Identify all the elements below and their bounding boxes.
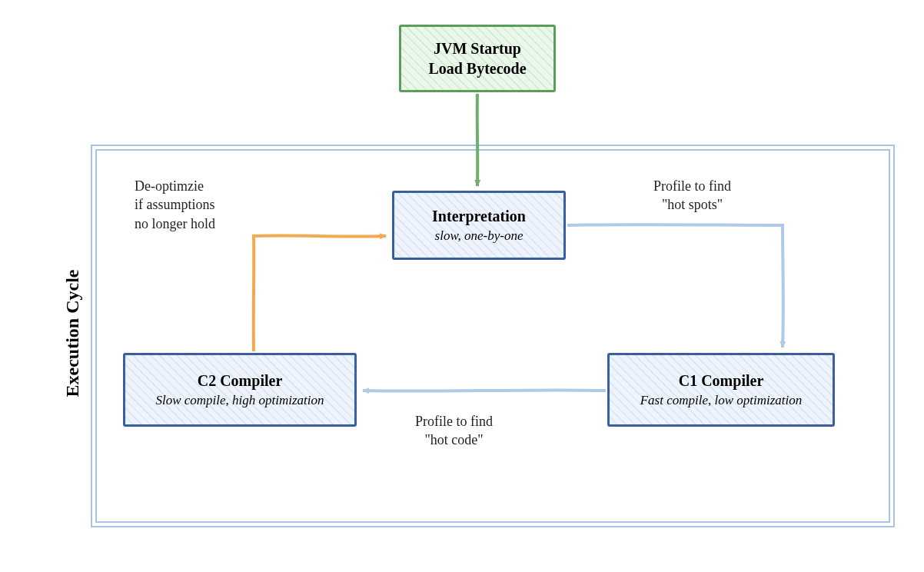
arrow-interpretation-to-c1	[567, 224, 783, 348]
arrow-startup-to-interpretation	[477, 94, 478, 186]
arrows-layer	[0, 0, 924, 572]
arrow-c1-to-c2	[363, 390, 606, 391]
arrow-c2-to-interpretation	[254, 235, 386, 351]
diagram-canvas: Execution Cycle JVM Startup Load Bytecod…	[0, 0, 924, 572]
